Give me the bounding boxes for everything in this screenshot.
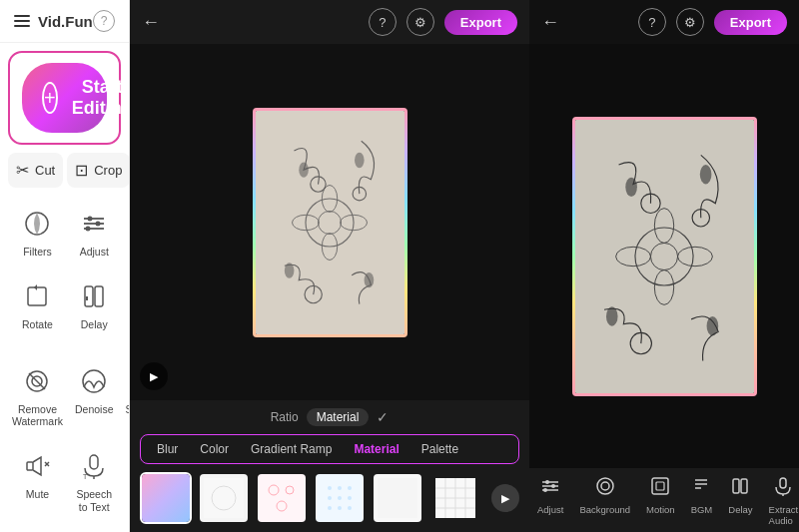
svg-rect-13 xyxy=(95,286,103,306)
editor-help-icon[interactable]: ? xyxy=(369,8,397,36)
right-settings-icon[interactable]: ⚙ xyxy=(676,8,704,36)
remove-watermark-icon xyxy=(19,363,55,399)
svg-point-72 xyxy=(348,506,352,510)
svg-rect-32 xyxy=(90,455,98,469)
tool-extract-audio[interactable]: Extract Audio xyxy=(121,268,129,349)
svg-rect-81 xyxy=(575,121,754,391)
tool-filters[interactable]: Filters xyxy=(8,196,67,265)
svg-point-91 xyxy=(625,177,637,196)
svg-point-55 xyxy=(284,263,294,277)
tool-boost-volume[interactable]: Boost Volume xyxy=(8,523,117,532)
tool-rotate[interactable]: Rotate xyxy=(8,268,67,349)
svg-point-99 xyxy=(551,484,555,488)
editor-panel: ← ? ⚙ Export xyxy=(130,0,529,532)
tool-adjust[interactable]: Adjust xyxy=(71,196,118,265)
toolbar-extract-audio[interactable]: Extract Audio xyxy=(761,474,799,528)
svg-rect-103 xyxy=(652,478,668,494)
thumb-gradient[interactable] xyxy=(140,472,192,524)
crop-tab[interactable]: ⊡ Crop xyxy=(67,153,130,188)
svg-point-56 xyxy=(364,271,374,286)
editor-export-button[interactable]: Export xyxy=(444,10,517,35)
bg-tab-color[interactable]: Color xyxy=(190,439,239,459)
cut-icon: ✂ xyxy=(16,161,29,180)
adjust-icon xyxy=(76,206,112,242)
tool-mute[interactable]: Mute xyxy=(8,438,67,519)
toolbar-bgm-icon xyxy=(691,476,711,501)
svg-point-64 xyxy=(328,486,332,490)
tool-make-gif[interactable]: Make GIF xyxy=(121,438,129,519)
tool-delay[interactable]: Delay xyxy=(71,268,118,349)
toolbar-bgm-label: BGM xyxy=(691,504,713,515)
hamburger-icon[interactable] xyxy=(14,15,30,27)
svg-rect-108 xyxy=(733,479,739,493)
back-arrow-icon[interactable]: ← xyxy=(142,12,160,33)
thumbnail-strip: ▶ xyxy=(140,472,519,524)
svg-point-94 xyxy=(706,315,718,334)
tool-denoise[interactable]: Denoise xyxy=(71,353,118,434)
delay-label: Delay xyxy=(81,318,108,331)
toolbar-bgm[interactable]: BGM xyxy=(683,474,721,528)
svg-rect-110 xyxy=(780,478,786,488)
tool-remove-watermark[interactable]: Remove Watermark xyxy=(8,353,67,434)
cut-tab[interactable]: ✂ Cut xyxy=(8,153,63,188)
svg-point-5 xyxy=(96,222,101,227)
start-editing-button[interactable]: + Start Editing xyxy=(22,63,107,133)
toolbar-motion-icon xyxy=(650,476,670,501)
right-back-arrow-icon[interactable]: ← xyxy=(541,12,559,33)
toolbar-delay[interactable]: Delay xyxy=(720,474,760,528)
thumb-plain[interactable] xyxy=(372,472,423,524)
toolbar-adjust-icon xyxy=(540,476,560,501)
svg-rect-73 xyxy=(378,478,417,518)
toolbar-delay-label: Delay xyxy=(728,504,752,515)
plus-icon: + xyxy=(42,82,58,114)
help-icon[interactable]: ? xyxy=(93,10,115,32)
svg-point-101 xyxy=(597,478,613,494)
toolbar-background[interactable]: Background xyxy=(571,474,638,528)
svg-point-69 xyxy=(348,496,352,500)
bg-tab-blur[interactable]: Blur xyxy=(147,439,188,459)
tool-stabilize[interactable]: Stabilize xyxy=(121,353,129,434)
right-export-button[interactable]: Export xyxy=(714,10,787,35)
toolbar-adjust-label: Adjust xyxy=(537,504,563,515)
bg-tab-gradient-ramp[interactable]: Gradient Ramp xyxy=(241,439,342,459)
right-side: ← ? ⚙ Export xyxy=(130,0,799,532)
svg-rect-104 xyxy=(656,482,664,490)
tool-text[interactable]: T Text xyxy=(121,196,129,265)
svg-point-100 xyxy=(543,488,547,492)
rotate-label: Rotate xyxy=(22,318,53,331)
svg-rect-59 xyxy=(262,478,302,518)
editor-settings-icon[interactable]: ⚙ xyxy=(406,8,434,36)
denoise-label: Denoise xyxy=(75,403,114,416)
thumb-pink-flowers[interactable] xyxy=(256,472,308,524)
mute-label: Mute xyxy=(26,488,49,501)
left-panel: Vid.Fun ? + Start Editing ✂ Cut ⊡ Crop F… xyxy=(0,0,130,532)
toolbar-motion-label: Motion xyxy=(646,504,675,515)
speech-to-text-icon: T xyxy=(76,448,112,484)
thumb-pattern[interactable] xyxy=(429,472,481,524)
svg-point-102 xyxy=(601,482,609,490)
tool-speech-to-text[interactable]: T Speech to Text xyxy=(71,438,118,519)
ratio-material-row: Ratio Material ✓ xyxy=(140,408,519,426)
video-frame xyxy=(253,108,407,337)
toolbar-extract-audio-label: Extract Audio xyxy=(769,504,799,526)
material-badge[interactable]: Material xyxy=(307,408,370,426)
svg-point-70 xyxy=(328,506,332,510)
text-icon: T xyxy=(127,206,129,242)
toolbar-adjust[interactable]: Adjust xyxy=(529,474,571,528)
app-logo: Vid.Fun xyxy=(38,13,93,30)
make-gif-icon xyxy=(127,448,129,484)
bg-tab-material[interactable]: Material xyxy=(344,439,408,459)
svg-point-54 xyxy=(355,152,365,167)
svg-point-93 xyxy=(605,306,617,325)
thumb-dots[interactable] xyxy=(314,472,366,524)
toolbar-motion[interactable]: Motion xyxy=(638,474,683,528)
ratio-label: Ratio xyxy=(271,410,299,424)
thumb-white[interactable] xyxy=(198,472,250,524)
svg-point-98 xyxy=(545,480,549,484)
right-help-icon[interactable]: ? xyxy=(638,8,666,36)
strip-play-button[interactable]: ▶ xyxy=(491,484,519,512)
bg-tab-palette[interactable]: Palette xyxy=(411,439,468,459)
editor-header: ← ? ⚙ Export xyxy=(130,0,529,44)
play-button[interactable]: ▶ xyxy=(140,362,168,390)
toolbar-background-label: Background xyxy=(579,504,630,515)
